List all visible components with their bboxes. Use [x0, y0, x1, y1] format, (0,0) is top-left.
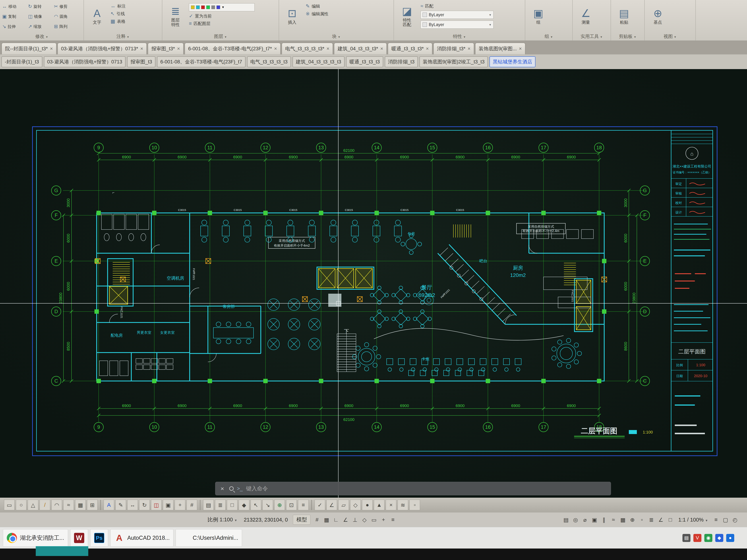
- drawing-canvas[interactable]: 99101011111212131314141515161617171818GG…: [0, 69, 747, 498]
- ribbon-button[interactable]: ↻旋转: [28, 4, 54, 9]
- tab-close-icon[interactable]: ×: [468, 46, 470, 52]
- tab-close-icon[interactable]: ×: [380, 46, 383, 52]
- ribbon-button[interactable]: ✂修剪: [54, 4, 80, 9]
- ribbon-panel-label[interactable]: 图层▼: [162, 33, 279, 41]
- ribbon-panel-label[interactable]: 注释▼: [84, 33, 162, 41]
- ribbon-panel-label[interactable]: 特性▼: [394, 33, 525, 41]
- ribbon-button[interactable]: ∠测量: [575, 1, 597, 31]
- ribbon-button[interactable]: ✎编辑: [306, 3, 329, 9]
- ribbon-panel-label[interactable]: 剪贴板▼: [611, 33, 644, 41]
- tab-close-icon[interactable]: ×: [426, 46, 429, 52]
- ribbon-button[interactable]: ↔标注: [110, 3, 126, 9]
- status-toggle-icon[interactable]: ◇: [360, 515, 369, 525]
- ribbon-panel-label[interactable]: 组▼: [525, 33, 572, 41]
- tab-close-icon[interactable]: ×: [327, 46, 329, 52]
- status-toggle-icon[interactable]: ▫: [637, 515, 647, 525]
- status-toggle-icon[interactable]: +: [379, 515, 388, 525]
- status-toggle-icon[interactable]: ▭: [369, 515, 379, 525]
- ribbon-button[interactable]: ⊕基点: [647, 1, 669, 31]
- ribbon-button[interactable]: ◠圆角: [54, 14, 80, 19]
- status-toggle-icon[interactable]: ≡: [388, 515, 397, 525]
- window-tab[interactable]: 消防排烟_t3: [385, 56, 418, 67]
- cad-toolbar-icon[interactable]: ≡: [298, 500, 309, 510]
- taskbar-button-explorer[interactable]: C:\Users\Admini...: [176, 529, 242, 547]
- search-icon[interactable]: [229, 486, 234, 491]
- tray-icon[interactable]: V: [693, 534, 701, 542]
- status-toggle-icon[interactable]: ▦: [618, 515, 628, 525]
- window-tab[interactable]: 装饰底图9(审图)2竣工_t3_t3: [419, 56, 488, 67]
- taskbar-button-wps[interactable]: W: [70, 529, 88, 547]
- cad-toolbar-icon[interactable]: ▤: [203, 500, 214, 510]
- ribbon-button[interactable]: ▣组: [527, 1, 549, 31]
- status-toggle-icon[interactable]: ▢: [721, 515, 730, 525]
- ribbon-button[interactable]: ◪特性 匹配: [396, 1, 418, 31]
- drawing-file-tab[interactable]: 6-001-08、金谷-T3塔楼-电气(23F)_t7*×: [185, 43, 281, 54]
- cad-toolbar-icon[interactable]: ▣: [163, 500, 174, 510]
- cad-toolbar-icon[interactable]: ▭: [4, 500, 15, 510]
- window-tab[interactable]: 报审图_t3: [127, 56, 155, 67]
- ribbon-button[interactable]: ▤粘贴: [613, 1, 635, 31]
- cad-toolbar-icon[interactable]: #: [186, 500, 197, 510]
- ribbon-button[interactable]: ≡匹配图层: [189, 21, 255, 26]
- cad-toolbar-icon[interactable]: ×: [386, 500, 396, 510]
- cad-toolbar-icon[interactable]: ≈: [63, 500, 74, 510]
- status-toggle-icon[interactable]: ⌀: [580, 515, 590, 525]
- layer-dropdown[interactable]: ▼: [189, 3, 255, 11]
- close-icon[interactable]: ×: [219, 485, 226, 492]
- ribbon-button[interactable]: ↗缩放: [28, 24, 54, 29]
- drawing-file-tab[interactable]: 院--封面目录(1)_t3*×: [1, 43, 56, 54]
- drawing-file-tab[interactable]: 暖通_t3_t3_t3*×: [388, 43, 432, 54]
- window-tab-active[interactable]: 黑钻城堡养生酒店: [489, 56, 536, 67]
- status-toggle-icon[interactable]: ≡: [711, 515, 721, 525]
- window-tab[interactable]: 暖通_t3_t3_t3: [346, 56, 383, 67]
- cad-toolbar-icon[interactable]: ◇: [350, 500, 361, 510]
- drawing-file-tab[interactable]: 消防排烟_t3*×: [433, 43, 474, 54]
- command-input[interactable]: 键入命令: [246, 485, 268, 492]
- status-toggle-icon[interactable]: □: [666, 515, 675, 525]
- status-toggle-icon[interactable]: ⊥: [350, 515, 360, 525]
- status-toggle-icon[interactable]: ∥: [599, 515, 609, 525]
- cad-toolbar-icon[interactable]: ≋: [397, 500, 408, 510]
- ribbon-button[interactable]: ▦表格: [110, 19, 126, 24]
- tray-icon[interactable]: ●: [726, 534, 734, 542]
- status-toggle-icon[interactable]: #: [312, 515, 322, 525]
- drawing-file-tab[interactable]: 03-避风港（消防强电+报警）0713*×: [57, 43, 147, 54]
- status-toggle-icon[interactable]: ▣: [590, 515, 599, 525]
- annotation-scale-button[interactable]: 比例 1:100▼: [204, 516, 240, 523]
- taskbar-button-photoshop[interactable]: Ps: [90, 529, 108, 547]
- drawing-file-tab[interactable]: 报审图_t3*×: [148, 43, 184, 54]
- tray-icon[interactable]: ◉: [704, 534, 712, 542]
- ribbon-button[interactable]: ⊡插入: [281, 1, 303, 31]
- drawing-file-tab[interactable]: 电气_t3_t3_t3_t3*×: [282, 43, 333, 54]
- cad-toolbar-icon[interactable]: ▲: [374, 500, 384, 510]
- status-toggle-icon[interactable]: ∠: [341, 515, 350, 525]
- ribbon-panel-label[interactable]: 实用工具▼: [573, 33, 611, 41]
- cad-toolbar-icon[interactable]: ⊞: [87, 500, 98, 510]
- cad-toolbar-icon[interactable]: ⊡: [286, 500, 297, 510]
- tab-close-icon[interactable]: ×: [50, 46, 53, 52]
- ribbon-button[interactable]: ✓置为当前: [189, 13, 255, 19]
- cad-toolbar-icon[interactable]: ✎: [115, 500, 126, 510]
- cad-toolbar-icon[interactable]: ▱: [338, 500, 349, 510]
- ribbon-button[interactable]: ↖引线: [110, 11, 126, 17]
- status-toggle-icon[interactable]: ▦: [322, 515, 331, 525]
- cad-toolbar-icon[interactable]: ○: [16, 500, 26, 510]
- status-toggle-icon[interactable]: ∠: [656, 515, 666, 525]
- status-toggle-icon[interactable]: ⊕: [628, 515, 637, 525]
- ribbon-button[interactable]: ≣图层 特性: [164, 1, 186, 31]
- cad-toolbar-icon[interactable]: ◆: [239, 500, 249, 510]
- cad-toolbar-icon[interactable]: ↘: [262, 500, 273, 510]
- cad-toolbar-icon[interactable]: ▫: [409, 500, 420, 510]
- tab-close-icon[interactable]: ×: [140, 46, 143, 52]
- status-toggle-icon[interactable]: ▤: [561, 515, 571, 525]
- ribbon-button[interactable]: A文字: [86, 1, 108, 31]
- status-toggle-icon[interactable]: ◴: [730, 515, 740, 525]
- tab-close-icon[interactable]: ×: [274, 46, 277, 52]
- cad-toolbar-icon[interactable]: ↔: [127, 500, 138, 510]
- cad-toolbar-icon[interactable]: ↻: [139, 500, 150, 510]
- ribbon-button[interactable]: ▣复制: [2, 14, 28, 19]
- cad-toolbar-icon[interactable]: △: [28, 500, 38, 510]
- ribbon-button[interactable]: ≈匹配: [420, 3, 493, 9]
- ribbon-button[interactable]: ※编辑属性: [306, 11, 329, 17]
- cad-toolbar-icon[interactable]: ▦: [75, 500, 86, 510]
